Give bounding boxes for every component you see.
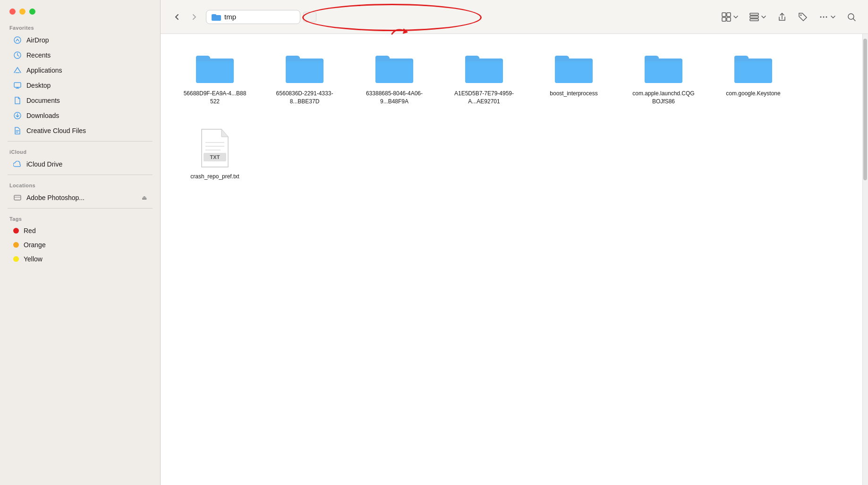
file-item[interactable]: boost_interprocess [538, 48, 609, 109]
svg-rect-22 [645, 61, 682, 83]
svg-rect-4 [14, 195, 21, 200]
sidebar-item-adobe-photoshop[interactable]: Adobe Photoshop... ⏏ [4, 191, 156, 205]
forward-button[interactable] [187, 10, 201, 24]
svg-text:TXT: TXT [210, 154, 220, 160]
icloud-label: iCloud [0, 144, 160, 157]
sidebar-item-desktop[interactable]: Desktop [4, 78, 156, 92]
svg-rect-8 [727, 17, 731, 21]
svg-point-15 [826, 16, 827, 17]
sidebar-item-recents[interactable]: Recents [4, 48, 156, 62]
divider-1 [8, 141, 153, 142]
file-item[interactable]: 6560836D-2291-4333-8...BBE37D [269, 48, 340, 109]
downloads-label: Downloads [26, 112, 59, 119]
documents-icon [13, 96, 22, 105]
sidebar-item-airdrop[interactable]: AirDrop [4, 33, 156, 47]
svg-rect-17 [196, 61, 234, 83]
file-item[interactable]: A1E5D5B7-7E79-4959-A...AE92701 [449, 48, 519, 109]
file-grid: 56688D9F-EA9A-4...B88522 6560836D-2291-4… [179, 48, 849, 184]
sidebar-item-downloads[interactable]: Downloads [4, 109, 156, 123]
view-grid-button[interactable] [719, 10, 740, 24]
file-item[interactable]: 56688D9F-EA9A-4...B88522 [179, 48, 250, 109]
airdrop-icon [13, 36, 22, 44]
file-name: com.google.Keystone [726, 90, 780, 98]
file-name: 6560836D-2291-4333-8...BBE37D [273, 90, 336, 106]
svg-rect-21 [555, 61, 593, 83]
svg-rect-5 [722, 13, 726, 17]
divider-2 [8, 175, 153, 175]
svg-rect-9 [750, 13, 758, 15]
nav-buttons [170, 10, 201, 24]
creative-cloud-label: Creative Cloud Files [26, 127, 86, 134]
svg-rect-23 [734, 61, 772, 83]
sidebar-item-creative-cloud[interactable]: Creative Cloud Files [4, 124, 156, 138]
recents-icon [13, 51, 22, 59]
folder-icon [553, 52, 595, 86]
file-browser: 56688D9F-EA9A-4...B88522 6560836D-2291-4… [161, 34, 868, 485]
svg-rect-2 [14, 83, 21, 87]
folder-name: tmp [224, 13, 236, 21]
tag-red-label: Red [24, 227, 36, 234]
file-name: A1E5D5B7-7E79-4959-A...AE92701 [452, 90, 516, 106]
minimize-button[interactable] [19, 8, 26, 15]
icloud-icon [13, 160, 22, 168]
file-name: 56688D9F-EA9A-4...B88522 [183, 90, 247, 106]
folder-icon [643, 52, 684, 86]
applications-icon [13, 66, 22, 75]
locations-label: Locations [0, 178, 160, 190]
red-dot [13, 228, 19, 234]
applications-label: Applications [26, 67, 62, 74]
svg-rect-20 [465, 61, 503, 83]
svg-rect-19 [375, 61, 413, 83]
toolbar: tmp [161, 0, 868, 34]
folder-icon [463, 52, 505, 86]
more-options-button[interactable] [817, 10, 838, 24]
ghost-path-box [303, 12, 316, 22]
file-item[interactable]: 63388685-8046-4A06-9...B48F9A [359, 48, 430, 109]
txt-file-icon: TXT [198, 127, 232, 169]
window-controls [0, 0, 160, 20]
annotation-circle [302, 4, 482, 31]
path-bar[interactable]: tmp [206, 10, 300, 24]
sidebar: Favorites AirDrop Recents Applications [0, 0, 161, 485]
toolbar-right [719, 10, 859, 24]
svg-rect-11 [750, 19, 758, 21]
downloads-icon [13, 111, 22, 120]
svg-point-0 [14, 37, 21, 43]
share-button[interactable] [775, 10, 789, 24]
file-name: 63388685-8046-4A06-9...B48F9A [363, 90, 426, 106]
documents-label: Documents [26, 97, 60, 104]
divider-3 [8, 208, 153, 209]
sidebar-item-tag-yellow[interactable]: Yellow [4, 252, 156, 266]
sidebar-item-icloud-drive[interactable]: iCloud Drive [4, 157, 156, 171]
orange-dot [13, 242, 19, 248]
view-list-button[interactable] [747, 10, 768, 24]
scrollbar-track[interactable] [862, 34, 868, 485]
close-button[interactable] [9, 8, 16, 15]
sidebar-item-tag-red[interactable]: Red [4, 224, 156, 237]
back-button[interactable] [170, 10, 184, 24]
svg-rect-10 [750, 16, 758, 18]
svg-rect-6 [727, 13, 731, 17]
airdrop-label: AirDrop [26, 36, 49, 44]
eject-icon[interactable]: ⏏ [142, 194, 147, 201]
scrollbar-thumb[interactable] [863, 39, 867, 180]
svg-rect-7 [722, 17, 726, 21]
search-button[interactable] [844, 10, 859, 24]
file-item[interactable]: com.apple.launchd.CQGBOJfS86 [628, 48, 699, 109]
sidebar-item-applications[interactable]: Applications [4, 63, 156, 77]
folder-icon [284, 52, 325, 86]
favorites-label: Favorites [0, 20, 160, 33]
creative-cloud-icon [13, 126, 22, 135]
tag-button[interactable] [796, 10, 810, 24]
file-item[interactable]: TXT crash_repo_pref.txt [179, 124, 250, 184]
file-name: com.apple.launchd.CQGBOJfS86 [632, 90, 695, 106]
folder-icon [732, 52, 774, 86]
svg-rect-18 [286, 61, 323, 83]
file-item[interactable]: com.google.Keystone [718, 48, 789, 109]
sidebar-item-documents[interactable]: Documents [4, 93, 156, 108]
maximize-button[interactable] [29, 8, 35, 15]
sidebar-item-tag-orange[interactable]: Orange [4, 238, 156, 251]
icloud-drive-label: iCloud Drive [26, 160, 62, 168]
adobe-photoshop-label: Adobe Photoshop... [26, 194, 85, 201]
tag-orange-label: Orange [24, 241, 46, 249]
